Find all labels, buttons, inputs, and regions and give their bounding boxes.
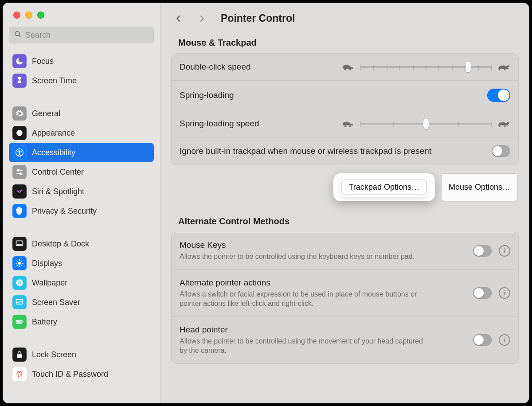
svg-line-19 [21, 261, 22, 262]
row-ignore-trackpad: Ignore built-in trackpad when mouse or w… [172, 137, 518, 165]
double-click-speed-slider[interactable] [360, 62, 492, 72]
row-title: Head pointer [180, 325, 466, 335]
svg-line-18 [21, 265, 22, 266]
search-icon [14, 30, 25, 40]
moon-icon [12, 54, 27, 68]
sidebar-item-focus[interactable]: Focus [9, 51, 154, 71]
mouse-keys-toggle[interactable] [473, 245, 492, 257]
spring-loading-speed-label: Spring-loading speed [180, 119, 259, 129]
sidebar-item-siri-spotlight[interactable]: Siri & Spotlight [9, 182, 154, 201]
window-controls [3, 7, 160, 27]
sidebar-item-label: Battery [32, 317, 150, 327]
row-title: Mouse Keys [180, 240, 466, 250]
sidebar-item-label: General [32, 109, 150, 118]
close-window-button[interactable] [13, 12, 20, 19]
section-title-alternate: Alternate Control Methods [178, 216, 519, 226]
ignore-trackpad-toggle[interactable] [492, 145, 510, 157]
svg-rect-11 [17, 244, 22, 246]
sidebar-item-accessibility[interactable]: Accessibility [9, 143, 154, 162]
sidebar-item-control-center[interactable]: Control Center [9, 162, 154, 182]
svg-point-0 [15, 31, 20, 36]
svg-line-1 [19, 35, 20, 37]
sidebar-item-label: Displays [32, 259, 150, 268]
sidebar-item-desktop-dock[interactable]: Desktop & Dock [9, 234, 154, 254]
svg-point-7 [17, 169, 20, 172]
sidebar-item-touch-id-password[interactable]: Touch ID & Password [9, 364, 154, 384]
sidebar-list[interactable]: FocusScreen TimeGeneralAppearanceAccessi… [3, 49, 160, 403]
content: Mouse & Trackpad Double-click speed [160, 34, 529, 403]
sidebar-item-screen-time[interactable]: Screen Time [9, 71, 154, 90]
system-settings-window: FocusScreen TimeGeneralAppearanceAccessi… [3, 3, 529, 403]
svg-rect-33 [17, 321, 21, 322]
spring-loading-toggle[interactable] [487, 89, 510, 102]
brightness-icon [12, 256, 27, 270]
nav-back-button[interactable] [175, 15, 183, 23]
sidebar-item-lock-screen[interactable]: Lock Screen [9, 345, 154, 364]
dock-icon [12, 237, 27, 251]
sidebar-item-privacy-security[interactable]: Privacy & Security [9, 201, 154, 221]
svg-line-20 [17, 265, 18, 266]
titlebar: Pointer Control [160, 3, 529, 34]
svg-rect-34 [17, 354, 22, 358]
battery-icon [12, 315, 27, 329]
sidebar-item-label: Lock Screen [32, 350, 150, 359]
alternate-pointer-actions-toggle[interactable] [473, 287, 492, 299]
trackpad-options-highlight: Trackpad Options… [333, 173, 435, 201]
tortoise-icon [342, 62, 355, 72]
sidebar-item-appearance[interactable]: Appearance [9, 123, 154, 143]
svg-point-27 [20, 280, 23, 282]
svg-point-26 [16, 280, 19, 282]
sidebar-item-general[interactable]: General [9, 104, 154, 123]
sidebar-item-wallpaper[interactable]: Wallpaper [9, 273, 154, 293]
sidebar-item-label: Accessibility [32, 148, 150, 157]
sidebar-item-battery[interactable]: Battery [9, 312, 154, 332]
trackpad-options-button[interactable]: Trackpad Options… [341, 180, 427, 195]
row-mouse-keys: Mouse KeysAllows the pointer to be contr… [172, 232, 518, 270]
double-click-speed-label: Double-click speed [180, 62, 251, 72]
mouse-keys-info-button[interactable]: i [499, 245, 510, 257]
alternate-pointer-actions-info-button[interactable]: i [499, 287, 510, 299]
sidebar-item-label: Privacy & Security [32, 207, 150, 216]
fingerprint-icon [12, 367, 27, 381]
row-description: Allows the pointer to be controlled usin… [180, 252, 428, 262]
lock-icon [12, 347, 27, 362]
page-title: Pointer Control [221, 12, 295, 24]
siri-icon [12, 184, 27, 199]
sidebar-item-screen-saver[interactable]: Screen Saver [9, 293, 154, 312]
nav-forward-button[interactable] [198, 15, 206, 23]
mouse-trackpad-card: Double-click speed [171, 53, 519, 165]
row-double-click-speed: Double-click speed [172, 54, 518, 81]
search-input[interactable] [25, 31, 149, 40]
sidebar-item-label: Focus [32, 57, 150, 66]
hare-icon [497, 62, 510, 72]
search-field[interactable] [9, 27, 154, 43]
gear-icon [12, 106, 27, 121]
zoom-window-button[interactable] [37, 12, 44, 19]
svg-line-17 [17, 261, 18, 262]
row-description: Allows a switch or facial expression to … [180, 289, 428, 308]
mouse-options-button[interactable]: Mouse Options… [441, 173, 518, 201]
sidebar-item-label: Appearance [32, 129, 150, 138]
head-pointer-toggle[interactable] [473, 334, 492, 346]
row-spring-loading: Spring-loading [172, 81, 518, 110]
hare-icon [497, 118, 510, 129]
controls-icon [12, 165, 27, 179]
sidebar-item-label: Screen Saver [32, 298, 150, 307]
row-alternate-pointer-actions: Alternate pointer actionsAllows a switch… [172, 270, 518, 317]
minimize-window-button[interactable] [25, 12, 32, 19]
spring-loading-speed-slider[interactable] [360, 119, 492, 129]
svg-point-29 [20, 284, 23, 286]
hand-icon [12, 204, 27, 218]
sidebar: FocusScreen TimeGeneralAppearanceAccessi… [3, 3, 160, 403]
svg-point-28 [16, 284, 19, 286]
row-head-pointer: Head pointerAllows the pointer to be con… [172, 317, 518, 363]
accessibility-icon [12, 145, 27, 160]
svg-point-4 [19, 150, 20, 152]
svg-point-12 [18, 262, 21, 265]
row-title: Alternate pointer actions [180, 278, 466, 288]
hourglass-icon [12, 74, 27, 88]
sidebar-item-displays[interactable]: Displays [9, 254, 154, 273]
head-pointer-info-button[interactable]: i [499, 334, 510, 346]
screensaver-icon [12, 295, 27, 309]
appearance-icon [12, 126, 27, 140]
